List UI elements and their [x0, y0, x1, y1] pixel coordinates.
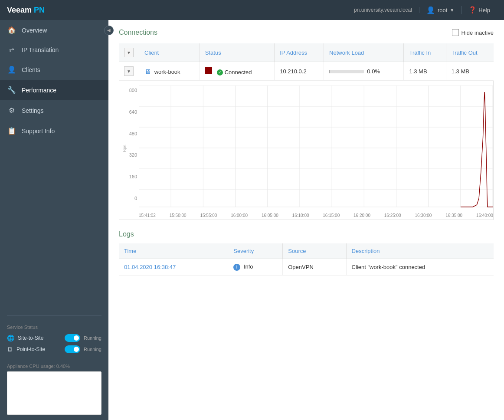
col-client[interactable]: Client	[139, 43, 200, 62]
hide-inactive-checkbox[interactable]	[452, 29, 459, 36]
x-label-11: 16:40:00	[476, 213, 493, 218]
y-axis-label: Bps	[122, 144, 127, 152]
point-to-site-label: Point-to-Site	[16, 346, 45, 352]
hide-inactive-control[interactable]: Hide inactive	[452, 29, 494, 36]
y-tick-320: 320	[121, 152, 137, 158]
hostname: pn.university.veeam.local	[347, 7, 419, 13]
sidebar: 🏠 Overview ◀ ⇄ IP Translation 👤 Clients …	[0, 20, 108, 420]
user-dropdown-icon[interactable]: ▼	[450, 8, 454, 13]
log-time-value: 01.04.2020 16:38:47	[124, 264, 176, 270]
sidebar-item-overview[interactable]: 🏠 Overview ◀	[0, 20, 108, 40]
log-col-time[interactable]: Time	[119, 243, 228, 259]
log-description-value: Client "work-book" connected	[352, 264, 425, 270]
row-traffic-in-cell: 1.3 MB	[404, 62, 446, 81]
site-to-site-toggle[interactable]	[65, 334, 80, 342]
header: Veeam PN pn.university.veeam.local 👤 roo…	[0, 0, 504, 20]
connections-header: Connections Hide inactive	[119, 29, 494, 36]
log-severity-cell: i Info	[228, 259, 283, 276]
status-indicator: ✓ Connected	[217, 69, 252, 75]
network-load-value: 0.0%	[367, 68, 380, 75]
y-tick-0: 0	[121, 196, 137, 203]
x-label-9: 16:30:00	[415, 213, 432, 218]
content-area: Connections Hide inactive ▼ Client Statu…	[108, 20, 504, 420]
logs-section: Logs Time Severity Source Description 01…	[119, 230, 494, 276]
user-menu[interactable]: 👤 root ▼	[419, 6, 461, 14]
sidebar-label-ip-translation: IP Translation	[22, 46, 59, 53]
col-traffic-out[interactable]: Traffic Out	[446, 43, 494, 62]
log-source-cell: OpenVPN	[283, 259, 346, 276]
col-network-load[interactable]: Network Load	[324, 43, 404, 62]
traffic-in-value: 1.3 MB	[409, 68, 427, 75]
log-col-severity[interactable]: Severity	[228, 243, 283, 259]
connections-table-header: ▼ Client Status IP Address Network Load	[119, 43, 494, 62]
chart-x-labels: 15:41:02 15:50:00 15:55:00 16:00:00 16:0…	[119, 211, 493, 220]
cpu-usage-section: Appliance CPU usage: 0.40%	[0, 362, 108, 420]
point-to-site-icon: 🖥	[7, 346, 13, 353]
network-load-bar	[329, 70, 364, 73]
sidebar-collapse-button[interactable]: ◀	[104, 26, 114, 35]
network-load-fill	[329, 70, 330, 73]
client-device-icon: 🖥	[144, 68, 151, 75]
sidebar-item-performance[interactable]: 🔧 Performance	[0, 80, 108, 100]
username: root	[438, 7, 447, 13]
point-to-site-status: Running	[84, 347, 101, 352]
status-green-dot: ✓	[217, 69, 223, 75]
x-label-5: 16:10:00	[292, 213, 309, 218]
traffic-out-col-label: Traffic Out	[452, 49, 478, 56]
chart-area: 800 640 480 320 160 0 Bps	[119, 85, 493, 211]
row-status-cell: ✓ Connected	[200, 62, 274, 81]
point-to-site-toggle[interactable]	[65, 345, 80, 353]
sidebar-item-settings[interactable]: ⚙ Settings	[0, 100, 108, 121]
main-layout: 🏠 Overview ◀ ⇄ IP Translation 👤 Clients …	[0, 20, 504, 420]
cpu-usage-label: Appliance CPU usage: 0.40%	[7, 364, 101, 369]
app-logo: Veeam PN	[7, 6, 45, 15]
performance-chart: 800 640 480 320 160 0 Bps	[119, 81, 494, 220]
logs-table: Time Severity Source Description 01.04.2…	[119, 243, 494, 276]
row-network-load-cell: 0.0%	[324, 62, 404, 81]
sidebar-label-performance: Performance	[22, 87, 56, 94]
col-status[interactable]: Status	[200, 43, 274, 62]
log-col-source[interactable]: Source	[283, 243, 346, 259]
status-color-square	[205, 67, 212, 74]
connections-title: Connections	[119, 29, 157, 36]
y-tick-160: 160	[121, 174, 137, 179]
log-col-description[interactable]: Description	[346, 243, 494, 259]
sidebar-item-clients[interactable]: 👤 Clients	[0, 59, 108, 80]
overview-icon: 🏠	[7, 26, 16, 34]
col-ip-address[interactable]: IP Address	[275, 43, 324, 62]
log-description-cell: Client "work-book" connected	[346, 259, 494, 276]
ip-col-label: IP Address	[280, 49, 307, 56]
logs-title: Logs	[119, 230, 494, 238]
service-status-title: Service Status	[7, 325, 101, 330]
network-load-col-label: Network Load	[329, 49, 364, 56]
y-tick-640: 640	[121, 109, 137, 115]
col-traffic-in[interactable]: Traffic In	[404, 43, 446, 62]
x-label-8: 16:25:00	[384, 213, 401, 218]
app-logo-highlight: PN	[34, 6, 45, 14]
col-expand: ▼	[119, 43, 139, 62]
expand-all-button[interactable]: ▼	[124, 48, 134, 57]
sidebar-item-ip-translation[interactable]: ⇄ IP Translation	[0, 40, 108, 59]
site-to-site-status: Running	[84, 335, 101, 341]
chart-main-area	[139, 85, 493, 211]
x-label-10: 16:35:00	[445, 213, 462, 218]
hide-inactive-label: Hide inactive	[461, 30, 494, 36]
row-expand-cell[interactable]: ▼	[119, 62, 139, 81]
row-client-cell: 🖥 work-book	[139, 62, 200, 81]
row-ip-cell: 10.210.0.2	[275, 62, 324, 81]
status-col-label: Status	[205, 49, 221, 56]
row-traffic-out-cell: 1.3 MB	[446, 62, 494, 81]
settings-icon: ⚙	[7, 106, 16, 115]
x-label-4: 16:05:00	[262, 213, 278, 218]
row-expand-button[interactable]: ▼	[124, 66, 134, 76]
help-button[interactable]: ❓ Help	[461, 6, 497, 14]
sidebar-item-support-info[interactable]: 📋 Support Info	[0, 121, 108, 141]
status-text: Connected	[225, 69, 252, 75]
chart-svg	[139, 85, 493, 211]
service-status-section: Service Status 🌐 Site-to-Site Running 🖥 …	[0, 319, 108, 362]
sidebar-label-support-info: Support Info	[22, 128, 55, 135]
log-severity-value: Info	[244, 263, 253, 270]
traffic-out-value: 1.3 MB	[452, 68, 469, 75]
client-name: work-book	[154, 69, 180, 75]
y-tick-800: 800	[121, 88, 137, 93]
